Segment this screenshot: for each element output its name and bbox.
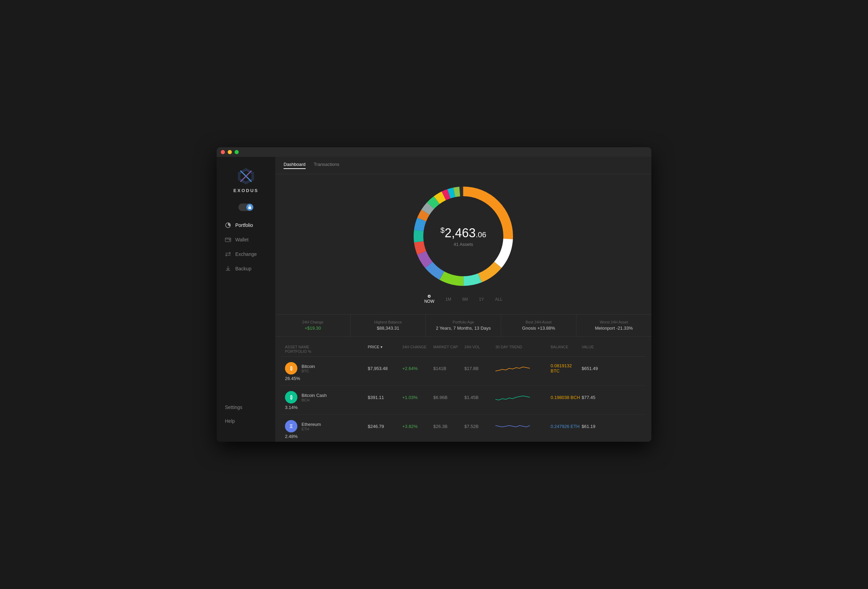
amount-cents: .06 <box>476 230 486 239</box>
eth-price: $246.79 <box>368 424 402 429</box>
stat-value-best: Gnosis +13.88% <box>505 325 572 331</box>
stat-label-highest: Highest Balance <box>355 320 421 324</box>
table-row[interactable]: Ξ Ethereum ETH $246.79 +3.82% $26.3B $7.… <box>281 415 646 442</box>
sidebar-item-settings[interactable]: Settings <box>217 401 275 414</box>
main-content: Dashboard Transactions <box>275 157 651 442</box>
time-btn-1y[interactable]: 1Y <box>479 297 484 302</box>
asset-icon-eth: Ξ <box>285 420 297 433</box>
col-header-balance: BALANCE <box>551 345 582 349</box>
stat-worst-asset: Worst 24H Asset Melonport -21.33% <box>576 315 651 336</box>
btc-mktcap: $141B <box>433 366 464 371</box>
dollar-sign: $ <box>441 226 445 234</box>
eth-portfolio: 2.48% <box>285 434 368 439</box>
asset-info-eth: Ξ Ethereum ETH <box>285 420 368 433</box>
titlebar <box>217 147 651 157</box>
donut-chart: $2,463.06 41 Assets <box>408 181 518 292</box>
eth-balance[interactable]: 0.247926 ETH <box>551 424 582 429</box>
stats-strip: 24H Change +$19.30 Highest Balance $88,3… <box>275 314 651 337</box>
tab-dashboard[interactable]: Dashboard <box>283 162 306 169</box>
asset-ticker-eth: ETH <box>301 427 321 431</box>
stat-highest-balance: Highest Balance $88,343.31 <box>350 315 426 336</box>
chart-section: $2,463.06 41 Assets NOW 1M 6M 1Y <box>275 174 651 314</box>
logo-text: EXODUS <box>233 188 259 193</box>
svg-rect-4 <box>248 207 251 209</box>
btc-change: +2.64% <box>402 366 433 371</box>
portfolio-icon <box>225 222 231 228</box>
stat-value-24h: +$19.30 <box>279 325 346 331</box>
asset-icon-btc: ₿ <box>285 362 297 374</box>
exchange-icon <box>225 251 231 257</box>
tab-bar: Dashboard Transactions <box>275 157 651 174</box>
exodus-logo-icon <box>237 167 255 185</box>
asset-name-eth: Ethereum <box>301 422 321 427</box>
btc-balance[interactable]: 0.0819132 BTC <box>551 363 582 374</box>
time-btn-now[interactable]: NOW <box>424 299 434 304</box>
sidebar-item-wallet[interactable]: Wallet <box>217 233 275 247</box>
bch-vol: $1.45B <box>464 395 495 400</box>
asset-icon-bch: ₿ <box>285 391 297 403</box>
eth-mktcap: $26.3B <box>433 424 464 429</box>
col-header-marketcap: MARKET CAP <box>433 345 464 349</box>
bch-sparkline <box>495 390 551 405</box>
asset-name-bch: Bitcoin Cash <box>301 393 327 398</box>
wallet-icon <box>225 237 231 243</box>
btc-vol: $17.8B <box>464 366 495 371</box>
stat-label-worst: Worst 24H Asset <box>581 320 647 324</box>
col-header-vol: 24H VOL <box>464 345 495 349</box>
logo-area: EXODUS <box>217 164 275 200</box>
tab-transactions[interactable]: Transactions <box>314 162 340 169</box>
stat-value-highest: $88,343.31 <box>355 325 421 331</box>
bch-price: $391.11 <box>368 395 402 400</box>
sidebar: EXODUS Portfolio <box>217 157 275 442</box>
sidebar-item-backup[interactable]: Backup <box>217 261 275 276</box>
col-header-change: 24H CHANGE <box>402 345 433 349</box>
sidebar-item-exchange[interactable]: Exchange <box>217 247 275 261</box>
stat-24h-change: 24H Change +$19.30 <box>275 315 350 336</box>
table-row[interactable]: ₿ Bitcoin Cash BCH $391.11 +1.03% $6.96B… <box>281 386 646 415</box>
sidebar-label-backup: Backup <box>235 266 251 271</box>
bch-balance[interactable]: 0.198038 BCH <box>551 395 582 400</box>
stat-label-24h: 24H Change <box>279 320 346 324</box>
table-row[interactable]: ₿ Bitcoin BTC $7,953.48 +2.64% $141B $17… <box>281 356 646 386</box>
time-btn-all[interactable]: ALL <box>495 297 502 302</box>
btc-sparkline <box>495 361 551 376</box>
assets-count: 41 Assets <box>441 242 486 247</box>
sidebar-item-portfolio[interactable]: Portfolio <box>217 218 275 233</box>
sidebar-label-help: Help <box>225 418 235 424</box>
col-header-value: VALUE <box>582 345 613 349</box>
col-header-asset: ASSET NAME <box>285 345 368 349</box>
stat-portfolio-age: Portfolio Age 2 Years, 7 Months, 13 Days <box>426 315 501 336</box>
svg-rect-7 <box>229 240 230 241</box>
amount-main: 2,463 <box>445 226 476 240</box>
sidebar-label-portfolio: Portfolio <box>235 222 253 228</box>
time-selector: NOW 1M 6M 1Y ALL <box>424 295 503 304</box>
lock-toggle[interactable] <box>217 203 275 211</box>
donut-center-text: $2,463.06 41 Assets <box>441 226 486 247</box>
asset-info-btc: ₿ Bitcoin BTC <box>285 362 368 374</box>
bch-mktcap: $6.96B <box>433 395 464 400</box>
time-btn-6m[interactable]: 6M <box>462 297 468 302</box>
portfolio-total: $2,463.06 <box>441 226 486 240</box>
eth-value: $61.19 <box>582 424 613 429</box>
btc-portfolio: 26.45% <box>285 376 368 381</box>
close-dot[interactable] <box>221 150 225 154</box>
scroll-area[interactable]: $2,463.06 41 Assets NOW 1M 6M 1Y <box>275 174 651 442</box>
btc-value: $651.49 <box>582 366 613 371</box>
stat-label-best: Best 24H Asset <box>505 320 572 324</box>
minimize-dot[interactable] <box>228 150 232 154</box>
lock-icon <box>248 205 252 209</box>
col-header-trend: 30 DAY TREND <box>495 345 551 349</box>
asset-name-btc: Bitcoin <box>301 364 315 369</box>
eth-change: +3.82% <box>402 424 433 429</box>
stat-value-age: 2 Years, 7 Months, 13 Days <box>430 325 496 331</box>
maximize-dot[interactable] <box>235 150 239 154</box>
sidebar-item-help[interactable]: Help <box>217 414 275 428</box>
time-dot-now <box>428 295 431 297</box>
asset-ticker-btc: BTC <box>301 369 315 373</box>
sidebar-label-exchange: Exchange <box>235 252 257 257</box>
bch-change: +1.03% <box>402 395 433 400</box>
btc-price: $7,953.48 <box>368 366 402 371</box>
time-btn-1m[interactable]: 1M <box>445 297 451 302</box>
asset-table: ASSET NAME PRICE ▾ 24H CHANGE MARKET CAP… <box>275 342 651 442</box>
col-header-price[interactable]: PRICE ▾ <box>368 345 402 349</box>
